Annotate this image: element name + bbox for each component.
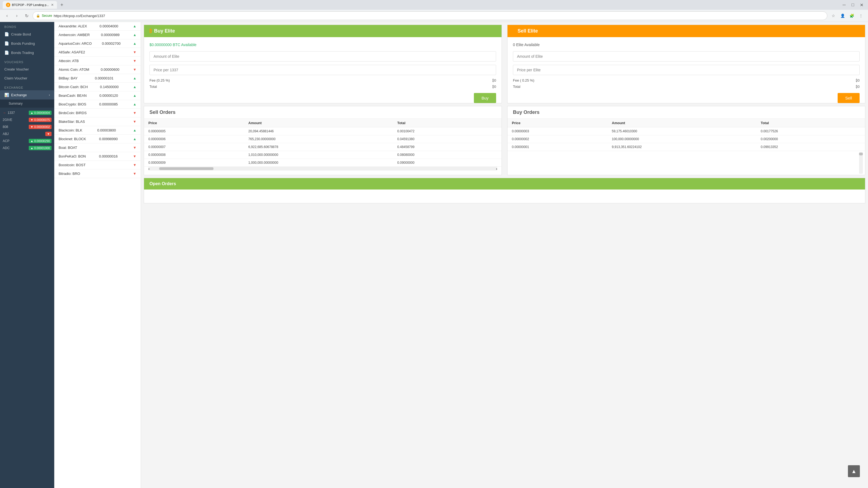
- coin-row-block[interactable]: Blocknet: BLOCK 0.00998990 ▲: [54, 135, 141, 143]
- coin-price-block: 0.00998990: [99, 137, 118, 141]
- up-indicator-bean: ▲: [133, 94, 136, 98]
- forward-button[interactable]: ›: [13, 12, 21, 20]
- sidebar-item-create-voucher[interactable]: Create Voucher: [0, 65, 54, 74]
- buy-total-col-header: Total: [756, 119, 856, 127]
- coin-sidebar-808[interactable]: 808 ▼ 0.00000002: [0, 123, 54, 130]
- extensions-button[interactable]: 🧩: [848, 12, 856, 20]
- coin-row-bios[interactable]: BiosCrypto: BIOS 0.00000085 ▲: [54, 100, 141, 109]
- coin-row-arco[interactable]: AquariusCoin: ARCO 0.00002700 ▲: [54, 39, 141, 48]
- coin-sidebar-1337[interactable]: → 1337 ▲ 0.00000004: [0, 109, 54, 116]
- coin-name-asafe2: AllSafe: ASAFE2: [59, 50, 85, 54]
- profile-button[interactable]: 👤: [839, 12, 846, 20]
- vouchers-section-label: Vouchers: [0, 57, 54, 65]
- buy-amount-input[interactable]: [150, 51, 496, 62]
- exchange-submenu: Summary: [0, 99, 54, 108]
- coin-badge-2give: ▼ 0.00000075: [29, 118, 52, 122]
- sell-fee-label: Fee ( 0.25 %): [513, 78, 534, 83]
- minimize-button[interactable]: ─: [840, 1, 848, 9]
- coin-name-808: 808: [3, 125, 29, 129]
- buy-orders-header: Buy Orders: [507, 106, 865, 119]
- sell-price-2: 0.00000006: [144, 135, 244, 143]
- coin-sidebar-2give[interactable]: 2GIVE ▼ 0.00000075: [0, 116, 54, 123]
- buy-fee-row: Fee (0.25 %) ₿0: [150, 78, 496, 83]
- secure-label: Secure: [42, 14, 52, 18]
- close-tab-button[interactable]: ✕: [51, 3, 54, 7]
- down-indicator-atom: ▼: [133, 67, 136, 72]
- coin-row-blk[interactable]: Blackcoin: BLK 0.00003800 ▲: [54, 126, 141, 135]
- up-indicator-bay: ▲: [133, 76, 136, 80]
- coin-row-bon[interactable]: BonPeKaO: BON 0.00000016 ▼: [54, 152, 141, 161]
- buy-amount-2: 100,000.00000000: [608, 135, 756, 143]
- coin-row-atom[interactable]: Atomic Coin: ATOM 0.00000600 ▼: [54, 65, 141, 74]
- coin-row-atb[interactable]: Atbcoin: ATB ▼: [54, 57, 141, 65]
- coin-row-blas[interactable]: BlakeStar: BLAS ▼: [54, 118, 141, 126]
- coin-row-amber[interactable]: Ambercoin: AMBER 0.00000989 ▲: [54, 31, 141, 39]
- sidebar-item-exchange[interactable]: 📊 Exchange ›: [0, 90, 54, 99]
- buy-total-3: 0.09913352: [756, 143, 856, 151]
- sell-amount-input[interactable]: [513, 51, 860, 62]
- btc-available-text: $0.00000000 BTC Available: [150, 42, 496, 47]
- reload-button[interactable]: ↻: [23, 12, 30, 20]
- exchange-label: Exchange: [11, 93, 27, 97]
- sell-panel-body: 0 Elite Available Fee ( 0.25 %) ₿0 Total…: [507, 37, 865, 98]
- coin-row-bro[interactable]: Bitradio: BRO ▼: [54, 169, 141, 178]
- sell-orders-hscroll[interactable]: ‹ ›: [148, 167, 497, 170]
- sell-price-input[interactable]: [513, 65, 860, 75]
- coin-row-asafe2[interactable]: AllSafe: ASAFE2 ▼: [54, 48, 141, 57]
- sidebar-item-create-bond[interactable]: 📄 Create Bond: [0, 30, 54, 39]
- buy-orders-vscroll[interactable]: [507, 151, 865, 175]
- scroll-thumb[interactable]: [159, 167, 214, 170]
- coin-sidebar-abj[interactable]: ABJ ▼: [0, 130, 54, 137]
- up-indicator-bios: ▲: [133, 102, 136, 106]
- sidebar-item-bonds-funding[interactable]: 📄 Bonds Funding: [0, 39, 54, 48]
- vscroll-thumb[interactable]: [859, 153, 863, 155]
- buy-price-input[interactable]: [150, 65, 496, 75]
- menu-button[interactable]: ⋮: [857, 12, 865, 20]
- back-button[interactable]: ‹: [3, 12, 11, 20]
- buy-panel-header: ₿ Buy Elite: [144, 25, 501, 37]
- coin-row-bch[interactable]: Bitcoin Cash: BCH 0.14500000 ▲: [54, 83, 141, 91]
- sell-amount-3: 6,922,685.60678878: [244, 143, 393, 151]
- coin-row-bay[interactable]: BitBay: BAY 0.00000101 ▲: [54, 74, 141, 83]
- coin-row-birds[interactable]: BirdsCoin: BIRDS ▼: [54, 109, 141, 118]
- buy-total-row: Total ₿0: [150, 85, 496, 89]
- sell-orders-header-row: Price Amount Total: [144, 119, 501, 127]
- coin-sidebar-acp[interactable]: ACP ▲ 0.00000290: [0, 137, 54, 144]
- sell-fee-row: Fee ( 0.25 %) ₿0: [513, 78, 860, 83]
- sell-button[interactable]: Sell: [838, 93, 860, 103]
- bonds-trading-label: Bonds Trading: [11, 51, 34, 55]
- coin-row-bean[interactable]: BeanCash: BEAN 0.00000120 ▲: [54, 91, 141, 100]
- sell-orders-table: Price Amount Total 0.00000005 20,094.458…: [144, 119, 501, 167]
- new-tab-button[interactable]: +: [58, 1, 66, 9]
- open-orders-section: Open Orders: [144, 178, 865, 203]
- scroll-left-btn[interactable]: ‹: [148, 167, 154, 171]
- vscroll-track[interactable]: [859, 152, 863, 174]
- close-window-button[interactable]: ✕: [858, 1, 865, 9]
- submenu-item-summary[interactable]: Summary: [0, 99, 54, 108]
- sell-order-row-4: 0.00000008 1,010,000.00000000 0.08080000: [144, 151, 501, 159]
- buy-price-col-header: Price: [507, 119, 608, 127]
- coin-row-bost[interactable]: Boostcoin: BOST ▼: [54, 161, 141, 169]
- coin-row-alex[interactable]: Alexandrite: ALEX 0.00004000 ▲: [54, 22, 141, 31]
- buy-panel: ₿ Buy Elite $0.00000000 BTC Available Fe…: [144, 25, 502, 103]
- coin-row-boat[interactable]: Boat: BOAT ▼: [54, 143, 141, 152]
- buy-button[interactable]: Buy: [474, 93, 496, 103]
- bookmark-button[interactable]: ☆: [830, 12, 837, 20]
- browser-frame: ₿ BTCPOP - P2P Lending p... ✕ + ─ □ ✕ ‹ …: [0, 0, 868, 22]
- maximize-button[interactable]: □: [849, 1, 857, 9]
- buy-fee-label: Fee (0.25 %): [150, 78, 170, 83]
- coin-badge-acp: ▲ 0.00000290: [29, 139, 52, 143]
- sidebar-item-claim-voucher[interactable]: Claim Voucher: [0, 74, 54, 83]
- address-bar[interactable]: 🔒 Secure https://btcpop.co/Exchange/1337: [33, 11, 827, 20]
- sell-total-4: 0.08080000: [393, 151, 493, 159]
- sidebar-item-bonds-trading[interactable]: 📄 Bonds Trading: [0, 48, 54, 57]
- claim-voucher-label: Claim Voucher: [4, 76, 27, 80]
- buy-orders-panel: Buy Orders Price Amount Total: [507, 106, 865, 175]
- coin-name-bios: BiosCrypto: BIOS: [59, 102, 86, 106]
- coin-name-atom: Atomic Coin: ATOM: [59, 67, 89, 72]
- scroll-right-btn[interactable]: ›: [496, 167, 497, 171]
- to-top-button[interactable]: ▲: [848, 465, 860, 477]
- browser-tab[interactable]: ₿ BTCPOP - P2P Lending p... ✕: [3, 1, 57, 9]
- coin-sidebar-adc[interactable]: ADC ▲ 0.00001000: [0, 144, 54, 152]
- sell-total-1: 0.00100472: [393, 127, 493, 135]
